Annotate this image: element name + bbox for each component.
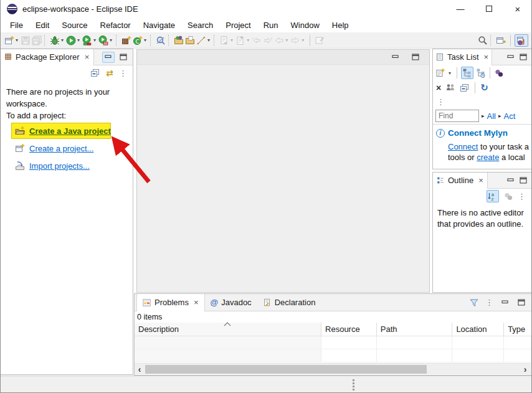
- maximize-view-button[interactable]: [518, 175, 528, 186]
- maximize-view-button[interactable]: [518, 52, 528, 63]
- scope-arrow-icon[interactable]: ▸: [482, 113, 485, 119]
- open-perspective-button[interactable]: [495, 34, 506, 47]
- scroll-left-icon[interactable]: ‹: [135, 364, 145, 374]
- column-header-type[interactable]: Type: [504, 323, 531, 336]
- javadoc-icon: @: [211, 298, 219, 307]
- maximize-view-button[interactable]: [117, 52, 130, 63]
- open-type-icon: [174, 36, 184, 45]
- mylyn-capture-button[interactable]: [494, 68, 504, 78]
- close-window-button[interactable]: ×: [503, 0, 532, 17]
- minimize-view-button[interactable]: [102, 52, 115, 63]
- close-tab-icon[interactable]: ×: [85, 52, 90, 62]
- task-list-tabrow: Task List ×: [433, 49, 531, 65]
- coverage-button[interactable]: [82, 34, 93, 47]
- new-wizard-button[interactable]: [4, 34, 15, 47]
- scrollbar-thumb[interactable]: [145, 365, 427, 374]
- column-header-resource[interactable]: Resource: [321, 323, 377, 336]
- new-java-class-dropdown[interactable]: ▾: [144, 37, 146, 43]
- open-type-button[interactable]: [173, 34, 184, 47]
- new-wizard-dropdown[interactable]: ▾: [16, 37, 18, 43]
- scope-activated-link[interactable]: Act: [504, 111, 516, 121]
- maximize-view-icon: [518, 299, 525, 306]
- menu-navigate[interactable]: Navigate: [137, 19, 181, 32]
- external-tools-button[interactable]: [196, 34, 207, 47]
- menu-refactor[interactable]: Refactor: [94, 19, 137, 32]
- maximize-view-button[interactable]: [516, 297, 526, 308]
- view-menu-button[interactable]: ⋮: [119, 69, 128, 78]
- filter-button[interactable]: [469, 298, 479, 308]
- profile-dropdown[interactable]: ▾: [110, 37, 112, 43]
- tab-package-explorer[interactable]: Package Explorer ×: [0, 49, 94, 65]
- run-button[interactable]: [65, 34, 77, 47]
- scheduled-mode-button[interactable]: [476, 68, 486, 78]
- task-list-panel: Task List × ▾ × ↻ ⋮: [432, 49, 532, 169]
- profile-button[interactable]: [98, 34, 109, 47]
- open-task-button[interactable]: [155, 34, 166, 47]
- minimize-window-button[interactable]: —: [446, 0, 475, 17]
- scroll-right-icon[interactable]: ›: [520, 364, 530, 374]
- new-java-project-button[interactable]: [121, 34, 132, 47]
- hide-completed-button[interactable]: ×: [436, 83, 441, 93]
- menu-help[interactable]: Help: [326, 19, 355, 32]
- maximize-editor-button[interactable]: [409, 52, 422, 63]
- create-java-project-link[interactable]: Create a Java project: [15, 125, 111, 137]
- sort-button[interactable]: az: [487, 190, 499, 202]
- categorized-mode-button[interactable]: [461, 67, 473, 79]
- tab-javadoc[interactable]: @ Javadoc: [205, 294, 257, 311]
- synchronize-button[interactable]: ↻: [480, 82, 488, 93]
- scope-arrow-icon[interactable]: ▸: [498, 113, 501, 119]
- link-with-editor-button[interactable]: ⇄: [106, 68, 113, 78]
- menu-search[interactable]: Search: [181, 19, 219, 32]
- tab-outline[interactable]: Outline ×: [433, 173, 488, 189]
- minimize-editor-button[interactable]: [389, 52, 402, 63]
- create-project-link[interactable]: Create a project...: [15, 142, 93, 154]
- collapse-all-button[interactable]: [90, 68, 100, 78]
- scope-all-link[interactable]: All: [487, 111, 496, 121]
- column-header-path[interactable]: Path: [377, 323, 453, 336]
- view-menu-button[interactable]: ⋮: [518, 192, 526, 201]
- menu-source[interactable]: Source: [55, 19, 93, 32]
- search-button[interactable]: [477, 34, 488, 47]
- new-java-class-button[interactable]: C: [132, 34, 143, 47]
- menu-run[interactable]: Run: [257, 19, 285, 32]
- horizontal-scrollbar[interactable]: ‹ ›: [135, 363, 531, 374]
- find-input[interactable]: [435, 110, 479, 122]
- run-dropdown[interactable]: ▾: [77, 37, 80, 43]
- import-projects-link[interactable]: Import projects...: [15, 159, 90, 172]
- java-perspective-button[interactable]: J: [515, 34, 528, 47]
- view-menu-button[interactable]: ⋮: [485, 298, 494, 307]
- debug-button[interactable]: [49, 34, 60, 47]
- table-cell: [377, 349, 453, 362]
- maximize-window-button[interactable]: [475, 0, 503, 17]
- new-task-dropdown[interactable]: ▾: [449, 70, 451, 76]
- tab-problems[interactable]: Problems ×: [136, 294, 205, 311]
- close-tab-icon[interactable]: ×: [478, 176, 483, 185]
- menu-file[interactable]: File: [4, 19, 29, 32]
- close-tab-icon[interactable]: ×: [194, 298, 199, 307]
- menu-edit[interactable]: Edit: [29, 19, 55, 32]
- external-tools-dropdown[interactable]: ▾: [207, 37, 210, 43]
- debug-dropdown[interactable]: ▾: [61, 37, 64, 43]
- close-tab-icon[interactable]: ×: [484, 52, 489, 62]
- minimize-view-button[interactable]: [506, 52, 516, 63]
- status-bar-drag-handle[interactable]: [353, 379, 354, 391]
- connect-link[interactable]: Connect: [448, 142, 478, 151]
- collapse-all-button[interactable]: [460, 83, 470, 93]
- create-local-task-link[interactable]: create: [477, 153, 499, 162]
- new-task-button[interactable]: [435, 68, 445, 78]
- coverage-dropdown[interactable]: ▾: [93, 37, 96, 43]
- toolbar-overflow-button[interactable]: ⋮: [437, 97, 445, 107]
- column-header-description[interactable]: Description: [135, 323, 321, 336]
- tab-declaration[interactable]: Declaration: [257, 294, 321, 311]
- tab-task-list[interactable]: Task List ×: [433, 49, 492, 65]
- open-perspective-icon: [496, 36, 506, 45]
- problems-table-header: Description Resource Path Location Type: [135, 323, 531, 336]
- menu-project[interactable]: Project: [219, 19, 257, 32]
- minimize-view-button[interactable]: [500, 297, 510, 308]
- column-header-location[interactable]: Location: [452, 323, 504, 336]
- focus-workweek-button[interactable]: [445, 83, 455, 93]
- open-resource-button[interactable]: [184, 34, 196, 47]
- minimize-view-button[interactable]: [506, 175, 516, 186]
- menu-window[interactable]: Window: [285, 19, 326, 32]
- column-label: Resource: [325, 324, 360, 334]
